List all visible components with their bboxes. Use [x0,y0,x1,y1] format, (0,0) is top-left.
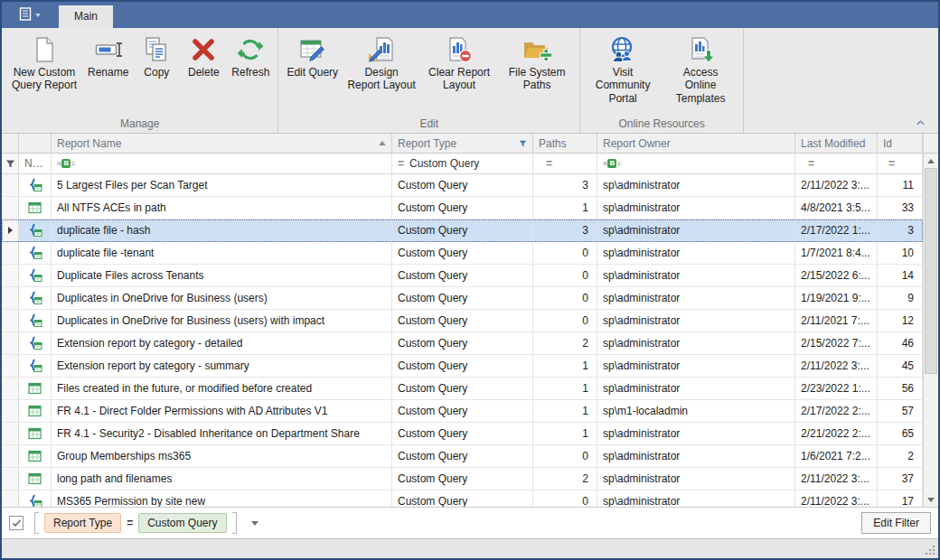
cell-report-type: Custom Query [392,445,533,468]
ribbon-button-label: Design Report Layout [347,66,416,92]
edit-filter-button[interactable]: Edit Filter [861,512,931,534]
visit-community-portal-button[interactable]: Visit Community Portal [584,30,662,107]
filter-enabled-checkbox[interactable] [9,516,24,530]
cell-paths: 3 [533,219,597,242]
filter-report-name[interactable]: aBc [52,154,392,174]
sort-ascending-icon [379,141,386,145]
scrollbar-thumb[interactable] [925,168,937,374]
equals-operator-icon[interactable]: = [398,157,403,170]
filter-field-chip[interactable]: Report Type [44,513,121,533]
cell-report-type: Custom Query [392,490,533,507]
ribbon-group-caption: Manage [5,117,274,133]
report-row[interactable]: All NTFS ACEs in pathCustom Query1sp\adm… [2,197,923,219]
cell-paths: 1 [533,400,597,423]
copy-icon [142,33,171,66]
cell-paths: 1 [533,378,597,400]
design-report-layout-button[interactable]: Design Report Layout [343,30,420,95]
header-paths[interactable]: Paths [533,134,597,154]
filter-value-chip[interactable]: Custom Query [138,513,226,533]
access-online-templates-button[interactable]: Access Online Templates [662,30,739,107]
row-indicator [2,265,19,287]
filter-text: No i... [24,157,45,170]
equals-operator-icon[interactable]: = [888,157,894,170]
cell-last-modified: 2/15/2022 6:... [795,265,878,287]
filter-last-modified[interactable]: = [795,154,878,174]
header-last-modified[interactable]: Last Modified [795,134,878,154]
file-system-paths-button[interactable]: File System Paths [498,30,576,95]
edit-query-button[interactable]: Edit Query [282,30,343,81]
ribbon-collapse-button[interactable] [913,117,927,129]
report-row[interactable]: duplicate file - hashCustom Query3sp\adm… [2,219,923,242]
clear-report-layout-button[interactable]: Clear Report Layout [420,30,498,95]
dropdown-caret-icon [35,14,41,17]
new-custom-query-report-button[interactable]: New Custom Query Report [5,30,83,95]
equals-operator-icon[interactable]: = [808,157,813,170]
cell-id: 3 [878,219,923,242]
equals-operator-icon[interactable]: = [546,157,551,170]
report-row[interactable]: long path and filenamesCustom Query2sp\a… [2,468,923,490]
cell-id: 12 [878,310,923,332]
report-row[interactable]: Duplicates in OneDrive for Business (use… [2,287,923,310]
cell-report-owner: sp\administrator [597,219,795,242]
vertical-scrollbar[interactable] [923,134,938,507]
report-row[interactable]: 5 Largest Files per Scan TargetCustom Qu… [2,174,923,197]
header-report-type[interactable]: Report Type [392,134,533,154]
cell-report-name: Extension report by category - detailed [52,332,392,355]
report-row[interactable]: Files created in the future, or modified… [2,378,923,400]
copy-button[interactable]: Copy [133,30,180,81]
row-indicator [2,174,19,197]
app-menu-button[interactable] [13,2,46,28]
report-row[interactable]: Group Memberships ms365Custom Query0sp\a… [2,445,923,468]
refresh-button[interactable]: Refresh [227,30,274,81]
scrollbar-up-button[interactable] [924,154,938,168]
filter-report-type[interactable]: = Custom Query [392,154,533,174]
filter-id[interactable]: = [878,154,923,174]
ribbon-group-online-resources: Visit Community Portal Access Online Tem… [580,28,744,133]
column-label: Id [883,137,892,150]
cell-report-type: Custom Query [392,400,533,423]
cell-paths: 0 [533,490,597,507]
custom-query-report-icon [19,242,52,265]
cell-report-name: MS365 Permission by site new [52,490,392,507]
cell-paths: 0 [533,445,597,468]
ribbon-button-label: Refresh [231,66,269,79]
table-report-icon [19,468,52,490]
resize-grip[interactable] [933,553,935,555]
rename-button[interactable]: Rename [83,30,133,81]
cell-paths: 2 [533,332,597,355]
report-row[interactable]: Duplicates in OneDrive for Business (use… [2,310,923,332]
header-report-name[interactable]: Report Name [52,134,392,154]
cell-report-type: Custom Query [392,174,533,197]
cell-id: 10 [878,242,923,265]
report-row[interactable]: Duplicate Files across TenantsCustom Que… [2,265,923,287]
scrollbar-down-button[interactable] [924,492,938,507]
new-document-icon [30,33,59,66]
checkmark-icon [12,518,22,527]
ribbon-button-label: Copy [144,66,169,79]
report-row[interactable]: MS365 Permission by site newCustom Query… [2,490,923,507]
filter-icon-column[interactable]: No i... [19,154,52,174]
report-row[interactable]: Extension report by category - detailedC… [2,332,923,355]
cell-paths: 0 [533,287,597,310]
active-filter-icon[interactable] [519,139,527,148]
community-portal-icon [608,33,637,66]
delete-button[interactable]: Delete [180,30,227,81]
report-row[interactable]: Extension report by category - summaryCu… [2,355,923,378]
header-report-owner[interactable]: Report Owner [597,134,795,154]
status-bar [2,538,938,558]
ribbon-group-caption: Edit [282,117,576,133]
header-id[interactable]: Id [878,134,923,154]
custom-query-report-icon [19,287,52,310]
tab-main[interactable]: Main [59,5,113,28]
filter-dropdown-caret[interactable] [251,521,258,526]
cell-last-modified: 2/11/2022 3:... [795,174,878,197]
filter-report-owner[interactable]: aBc [597,154,795,174]
report-row[interactable]: duplicate file -tenantCustom Query0sp\ad… [2,242,923,265]
scrollbar-track[interactable] [924,374,938,492]
filter-paths[interactable]: = [533,154,597,174]
cell-last-modified: 2/17/2022 2:... [795,400,878,423]
report-row[interactable]: FR 4.1 - Security2 - Disabled Inheritanc… [2,423,923,445]
filter-operator[interactable]: = [127,517,133,529]
report-row[interactable]: FR 4.1 - Direct Folder Permissions with … [2,400,923,423]
cell-last-modified: 2/17/2022 1:... [795,219,878,242]
